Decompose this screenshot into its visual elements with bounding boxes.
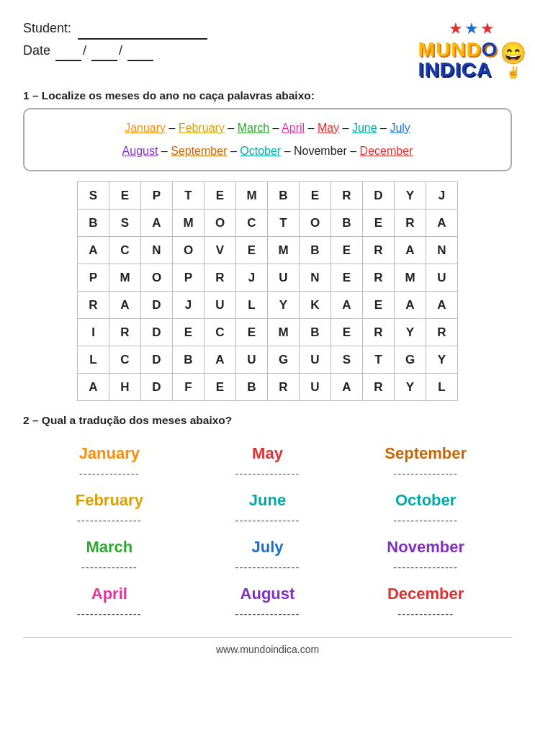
month-cell-name: March [86,538,132,557]
ws-cell: Y [395,319,426,346]
month-cell-blank: ------------- [81,561,138,573]
month-cell: July--------------- [189,531,347,577]
month-cell-blank: --------------- [235,467,300,480]
ws-cell: D [141,292,173,319]
student-label: Student: [23,21,71,35]
month-october: October [240,145,281,157]
student-info: Student: Date / / [23,17,207,61]
ws-cell: E [331,319,363,346]
month-november: November [294,145,347,157]
ws-cell: B [268,182,300,210]
ws-cell: A [395,292,426,319]
ws-cell: C [236,210,268,237]
month-cell-name: July [251,538,283,557]
month-cell-name: January [79,444,140,463]
section1-title: 1 – Localize os meses do ano no caça pal… [23,89,512,102]
month-cell-blank: --------------- [77,608,142,620]
ws-cell: M [109,264,141,292]
month-cell: May--------------- [189,437,347,484]
ws-cell: E [363,210,395,237]
logo-hand-icon: ✌ [506,66,521,79]
month-cell-blank: --------------- [77,514,142,526]
month-cell: September--------------- [346,437,505,484]
word-search-table: SEPTEMBERDYJBSAMOCTOBERAACNOVEMBERANPMOP… [77,181,458,401]
ws-cell: A [141,210,173,237]
ws-cell: V [204,237,236,264]
ws-cell: B [300,319,331,346]
month-cell-blank: --------------- [235,514,300,526]
month-cell-name: December [387,585,464,603]
section2-title: 2 – Qual a tradução dos meses abaixo? [23,414,512,427]
ws-cell: T [173,182,204,210]
ws-cell: N [300,264,331,292]
months-row1: January – February – March – April – May… [39,117,496,140]
ws-cell: M [268,237,300,264]
month-cell-name: September [385,444,467,463]
ws-cell: T [268,210,300,237]
month-cell: January-------------- [30,437,189,484]
month-december: December [360,145,413,157]
ws-cell: Y [426,346,458,374]
month-cell: April--------------- [30,577,189,624]
ws-cell: E [331,264,363,292]
ws-cell: J [173,292,204,319]
month-cell-blank: -------------- [79,467,140,480]
ws-cell: A [204,346,236,374]
ws-cell: B [300,237,331,264]
month-cell-name: February [76,491,143,510]
ws-cell: S [78,182,109,210]
date-day [55,60,81,61]
month-cell-name: May [252,444,283,463]
ws-cell: C [204,319,236,346]
month-cell-name: November [387,538,464,557]
month-january: January [125,122,166,134]
month-cell-name: April [91,585,127,603]
ws-cell: K [300,292,331,319]
header: Student: Date / / ★★★ MUNDO INDICA 😄 ✌ [23,17,512,82]
ws-cell: M [268,319,300,346]
student-line: Student: [23,17,207,40]
ws-cell: E [236,319,268,346]
ws-cell: R [331,182,363,210]
ws-cell: O [204,210,236,237]
ws-cell: N [141,237,173,264]
ws-cell: E [173,319,204,346]
ws-cell: A [331,292,363,319]
logo-row: MUNDO INDICA 😄 ✌ [418,40,527,80]
ws-cell: N [426,237,458,264]
ws-cell: L [426,374,458,401]
month-march: March [238,122,269,134]
month-cell: October--------------- [346,484,505,531]
ws-cell: M [395,264,426,292]
months-reference-box: January – February – March – April – May… [23,108,512,171]
ws-cell: C [109,346,141,374]
ws-cell: P [78,264,109,292]
logo: ★★★ MUNDO INDICA 😄 ✌ [433,17,512,82]
date-month [91,60,117,61]
month-cell-name: October [395,491,456,510]
ws-cell: R [363,237,395,264]
ws-cell: M [173,210,204,237]
ws-cell: I [78,319,109,346]
ws-cell: H [109,374,141,401]
ws-cell: E [236,237,268,264]
ws-cell: A [78,374,109,401]
month-cell-blank: --------------- [393,561,458,573]
ws-cell: R [363,264,395,292]
ws-cell: A [426,292,458,319]
months-row2: August – September – October – November … [39,140,496,163]
ws-cell: A [426,210,458,237]
month-cell-name: August [240,585,295,603]
ws-cell: E [204,374,236,401]
ws-cell: B [173,346,204,374]
ws-cell: A [109,292,141,319]
ws-cell: Y [268,292,300,319]
ws-cell: D [141,319,173,346]
ws-cell: G [395,346,426,374]
logo-indica: INDICA [418,60,498,80]
ws-cell: U [300,374,331,401]
months-translation-grid: January--------------May---------------S… [30,437,505,624]
ws-cell: E [363,292,395,319]
month-cell: March------------- [30,531,189,577]
date-label: Date [23,43,54,58]
